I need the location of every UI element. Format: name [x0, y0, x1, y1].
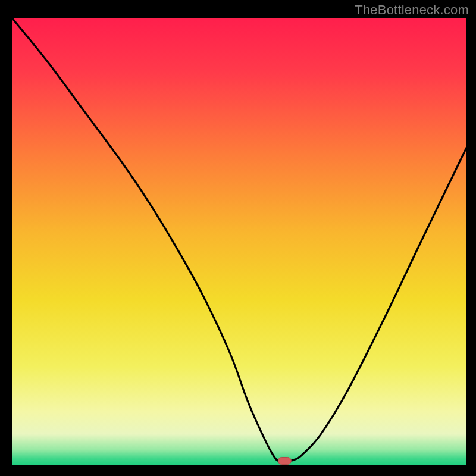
- gradient-background: [12, 18, 466, 465]
- chart-svg: [12, 18, 466, 465]
- optimal-marker: [278, 457, 291, 464]
- watermark-text: TheBottleneck.com: [355, 2, 469, 18]
- chart-frame: TheBottleneck.com: [0, 0, 476, 476]
- plot-area: [12, 18, 466, 465]
